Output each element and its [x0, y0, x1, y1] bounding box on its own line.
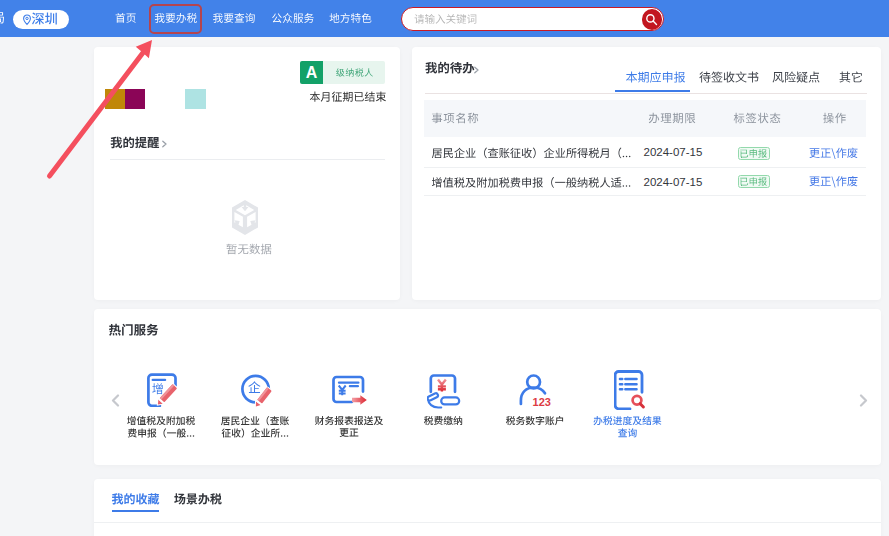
svg-text:123: 123	[533, 396, 551, 408]
